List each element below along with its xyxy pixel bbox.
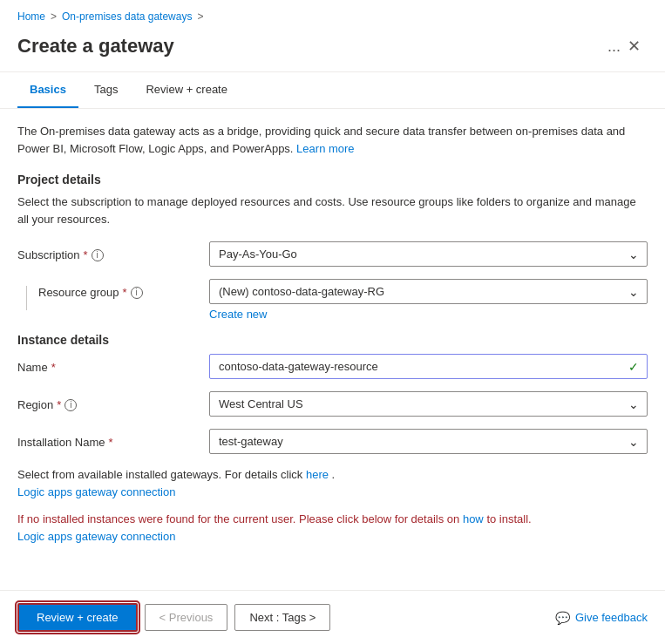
subscription-select-wrapper: Pay-As-You-Go <box>209 241 648 267</box>
name-required: * <box>51 361 56 374</box>
subscription-control: Pay-As-You-Go <box>209 241 648 267</box>
gateway-description: The On-premises data gateway acts as a b… <box>17 123 648 157</box>
installation-name-label: Installation Name * <box>17 429 209 449</box>
installation-name-row: Installation Name * test-gateway <box>17 429 648 454</box>
page-title: Create a gateway <box>17 35 599 58</box>
rg-info-icon[interactable]: i <box>131 287 143 299</box>
page-container: Home > On-premises data gateways > Creat… <box>0 0 665 611</box>
resource-group-row: Resource group * i (New) contoso-data-ga… <box>17 279 648 321</box>
region-required: * <box>57 398 61 411</box>
instance-details-section: Instance details Name * ✓ <box>17 333 648 454</box>
installation-name-select-wrapper: test-gateway <box>209 429 648 454</box>
tab-bar: Basics Tags Review + create <box>0 72 665 109</box>
name-valid-icon: ✓ <box>628 360 639 374</box>
tab-tags[interactable]: Tags <box>82 72 130 108</box>
logic-apps-link-1[interactable]: Logic apps gateway connection <box>17 485 175 498</box>
close-button[interactable]: ✕ <box>621 33 648 59</box>
feedback-icon: 💬 <box>555 611 570 625</box>
breadcrumb-parent[interactable]: On-premises data gateways <box>62 10 192 23</box>
name-row: Name * ✓ <box>17 354 648 379</box>
breadcrumb: Home > On-premises data gateways > <box>0 0 665 30</box>
instance-details-title: Instance details <box>17 333 648 347</box>
name-input[interactable] <box>209 354 648 379</box>
installation-name-control: test-gateway <box>209 429 648 454</box>
resource-group-control: (New) contoso-data-gateway-RG Create new <box>209 279 648 321</box>
content-area: The On-premises data gateway acts as a b… <box>0 123 665 559</box>
tab-review-create[interactable]: Review + create <box>133 72 240 108</box>
name-control: ✓ <box>209 354 648 379</box>
warning-message: If no installed instances were found for… <box>17 511 648 545</box>
region-control: West Central US <box>209 391 648 417</box>
review-create-button[interactable]: Review + create <box>17 603 138 632</box>
more-options-icon[interactable]: ... <box>607 37 621 56</box>
next-button[interactable]: Next : Tags > <box>234 604 330 631</box>
region-info-icon[interactable]: i <box>64 399 77 411</box>
breadcrumb-sep2: > <box>197 10 203 23</box>
how-link[interactable]: how <box>463 512 484 525</box>
previous-button[interactable]: < Previous <box>145 604 228 631</box>
learn-more-link[interactable]: Learn more <box>296 142 354 155</box>
subscription-select[interactable]: Pay-As-You-Go <box>209 241 648 267</box>
project-details-desc: Select the subscription to manage deploy… <box>17 193 648 227</box>
resource-group-select[interactable]: (New) contoso-data-gateway-RG <box>209 279 648 304</box>
region-row: Region * i West Central US <box>17 391 648 417</box>
project-details-title: Project details <box>17 173 648 186</box>
logic-apps-link-2[interactable]: Logic apps gateway connection <box>17 530 175 543</box>
rg-select-wrapper: (New) contoso-data-gateway-RG <box>209 279 648 304</box>
subscription-label: Subscription * i <box>17 241 209 261</box>
page-header: Create a gateway ... ✕ <box>0 30 665 72</box>
gateway-info-message: Select from available installed gateways… <box>17 466 648 500</box>
breadcrumb-home[interactable]: Home <box>17 10 45 23</box>
installation-name-select[interactable]: test-gateway <box>209 429 648 454</box>
subscription-info-icon[interactable]: i <box>92 249 104 261</box>
region-label: Region * i <box>17 391 209 411</box>
resource-group-label-wrap: Resource group * i <box>38 279 209 299</box>
resource-group-label: Resource group <box>38 286 119 299</box>
breadcrumb-sep1: > <box>51 10 57 23</box>
rg-required: * <box>123 286 127 299</box>
here-link-1[interactable]: here <box>306 468 329 481</box>
indent-line <box>17 279 38 310</box>
create-new-link[interactable]: Create new <box>209 308 648 321</box>
name-label: Name * <box>17 354 209 374</box>
installation-name-required: * <box>108 436 112 449</box>
subscription-row: Subscription * i Pay-As-You-Go <box>17 241 648 267</box>
give-feedback-button[interactable]: 💬 Give feedback <box>555 611 648 625</box>
tab-basics[interactable]: Basics <box>17 72 78 108</box>
main-content: The On-premises data gateway acts as a b… <box>0 123 665 611</box>
footer: Review + create < Previous Next : Tags >… <box>0 590 665 644</box>
name-input-wrapper: ✓ <box>209 354 648 379</box>
region-select[interactable]: West Central US <box>209 391 648 417</box>
subscription-required: * <box>84 248 88 261</box>
region-select-wrapper: West Central US <box>209 391 648 417</box>
